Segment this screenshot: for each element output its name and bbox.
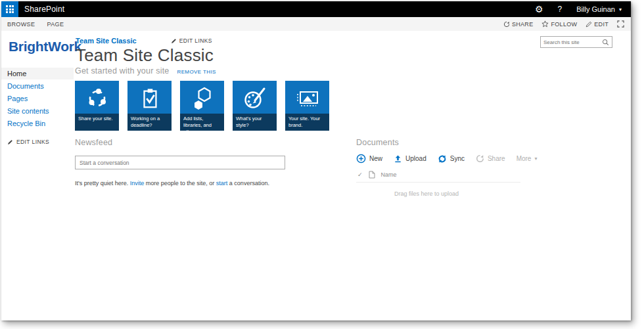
left-nav: Home Documents Pages Site contents Recyc…	[1, 64, 74, 145]
pencil-icon	[7, 139, 13, 145]
magnifier-icon[interactable]	[602, 39, 609, 46]
edit-links-button[interactable]: EDIT LINKS	[171, 37, 212, 44]
main-content: Get started with your site REMOVE THIS S…	[75, 64, 631, 320]
pencil-icon	[586, 21, 592, 28]
breadcrumb-site-link[interactable]: Team Site Classic	[76, 37, 137, 45]
share-circle-icon	[75, 83, 119, 114]
tab-page[interactable]: PAGE	[47, 21, 64, 28]
sync-button[interactable]: Sync	[438, 154, 465, 164]
name-column-header[interactable]: Name	[381, 171, 397, 178]
upload-document-button[interactable]: Upload	[394, 154, 426, 163]
sync-arrows-icon	[438, 154, 447, 164]
suite-bar-right: ⚙ ? Billy Guinan ▾	[535, 5, 631, 14]
user-name: Billy Guinan	[576, 5, 615, 13]
tile-your-site-your-brand[interactable]: Your site. Your brand.	[285, 81, 329, 131]
invite-link[interactable]: Invite	[130, 180, 145, 186]
newsfeed-empty-text: It's pretty quiet here. Invite more peop…	[75, 180, 287, 186]
drag-drop-hint: Drag files here to upload	[394, 190, 527, 197]
tile-caption: Working on a deadline?	[127, 114, 172, 131]
upload-arrow-icon	[394, 154, 402, 163]
user-menu[interactable]: Billy Guinan ▾	[576, 5, 622, 13]
apps-hexagon-icon	[180, 83, 224, 114]
nav-edit-links-button[interactable]: EDIT LINKS	[7, 139, 74, 145]
ribbon-tabs: BROWSE PAGE	[1, 21, 64, 28]
documents-webpart: Documents New Upload Sync Share	[356, 138, 527, 197]
pencil-icon	[171, 38, 177, 44]
documents-toolbar: New Upload Sync Share More ▾	[356, 154, 527, 164]
tile-whats-your-style[interactable]: What's your style?	[233, 81, 277, 131]
conversation-box[interactable]	[75, 156, 285, 169]
site-search[interactable]	[540, 36, 612, 48]
settings-gear-icon[interactable]: ⚙	[535, 5, 543, 14]
focus-mode-button[interactable]	[617, 20, 624, 28]
star-icon	[541, 20, 549, 28]
new-document-button[interactable]: New	[356, 154, 382, 164]
palette-brush-icon	[233, 83, 277, 114]
app-launcher-button[interactable]	[1, 1, 18, 17]
tile-caption: Add lists, libraries, and other apps.	[180, 114, 224, 131]
share-icon	[503, 21, 510, 28]
follow-button[interactable]: FOLLOW	[541, 20, 577, 28]
picture-icon	[285, 83, 329, 114]
document-icon	[369, 171, 375, 179]
tile-working-on-deadline[interactable]: Working on a deadline?	[127, 81, 172, 131]
search-input[interactable]	[541, 39, 602, 45]
conversation-input[interactable]	[76, 160, 285, 166]
caret-down-icon: ▾	[534, 156, 537, 162]
remove-this-link[interactable]: REMOVE THIS	[177, 69, 216, 75]
start-conversation-link[interactable]: start	[216, 180, 228, 186]
newsfeed-webpart: Newsfeed It's pretty quiet here. Invite …	[75, 138, 287, 186]
caret-down-icon: ▾	[619, 7, 622, 12]
select-all-checkmark[interactable]: ✓	[357, 171, 363, 178]
tile-caption: Your site. Your brand.	[285, 114, 329, 131]
help-button[interactable]: ?	[558, 5, 563, 14]
breadcrumb: Team Site Classic EDIT LINKS	[76, 37, 212, 45]
ribbon-actions: SHARE FOLLOW EDIT	[503, 20, 631, 28]
tile-caption: Share your site.	[75, 114, 119, 131]
tile-share-your-site[interactable]: Share your site.	[75, 81, 119, 131]
share-button[interactable]: SHARE	[503, 21, 534, 28]
focus-corners-icon	[617, 20, 624, 28]
page-title: Team Site Classic	[76, 45, 214, 66]
sidebar-item-pages[interactable]: Pages	[1, 93, 74, 104]
tile-add-lists-apps[interactable]: Add lists, libraries, and other apps.	[180, 81, 224, 131]
sidebar-item-home[interactable]: Home	[1, 68, 74, 79]
sidebar-item-documents[interactable]: Documents	[1, 80, 74, 92]
sidebar-item-recycle-bin[interactable]: Recycle Bin	[1, 118, 74, 129]
documents-title[interactable]: Documents	[356, 138, 527, 147]
suite-brand: SharePoint	[24, 5, 64, 14]
getting-started-title: Get started with your site	[75, 66, 169, 76]
share-document-button[interactable]: Share	[476, 154, 505, 163]
waffle-icon	[6, 5, 14, 13]
getting-started-tiles: Share your site. Working on a deadline? …	[75, 81, 631, 131]
clipboard-check-icon	[127, 83, 172, 114]
brightwork-logo[interactable]: BrightWork	[9, 39, 81, 55]
edit-button[interactable]: EDIT	[586, 21, 609, 28]
documents-header-row: ✓ Name	[356, 171, 520, 183]
suite-bar: SharePoint ⚙ ? Billy Guinan ▾	[1, 1, 631, 17]
sidebar-item-site-contents[interactable]: Site contents	[1, 105, 74, 117]
site-header: BrightWork Team Site Classic EDIT LINKS …	[1, 31, 631, 64]
circle-plus-icon	[356, 154, 366, 164]
share-disabled-icon	[476, 154, 484, 163]
tile-caption: What's your style?	[233, 114, 277, 131]
newsfeed-title: Newsfeed	[75, 138, 287, 147]
getting-started-header: Get started with your site REMOVE THIS	[75, 66, 631, 76]
tab-browse[interactable]: BROWSE	[7, 21, 35, 28]
sharepoint-page: SharePoint ⚙ ? Billy Guinan ▾ BROWSE PAG…	[1, 1, 631, 320]
more-menu-button[interactable]: More ▾	[517, 155, 538, 162]
ribbon-bar: BROWSE PAGE SHARE FOLLOW EDIT	[1, 17, 631, 31]
